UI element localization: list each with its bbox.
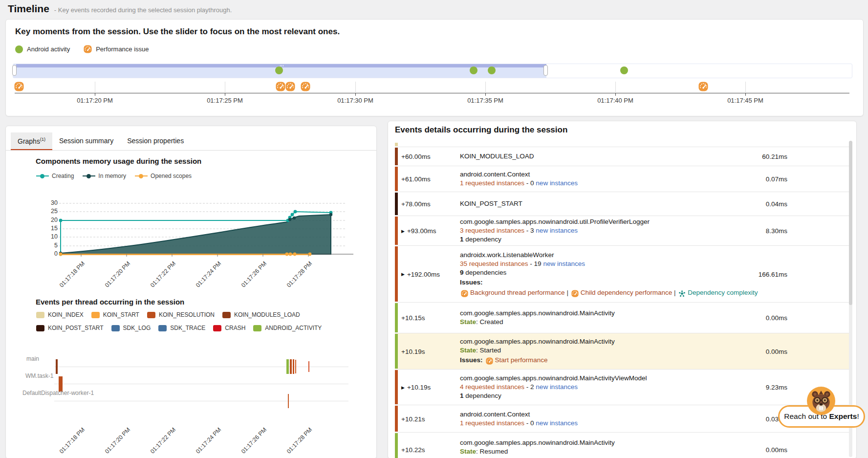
issue-link-dependency-complexity[interactable]: Dependency complexity bbox=[677, 289, 758, 296]
timeline-legend: Android activity Performance issue bbox=[15, 45, 149, 53]
axis-label: 01:17:35 PM bbox=[456, 97, 515, 104]
new-instances-link[interactable]: new instances bbox=[536, 383, 578, 391]
event-type-bar bbox=[395, 217, 398, 245]
thread-event-tick[interactable] bbox=[308, 361, 309, 372]
slider-handle-left[interactable] bbox=[12, 65, 17, 76]
table-row[interactable]: ▶+93.00ms com.google.samples.apps.nowina… bbox=[395, 216, 852, 245]
event-duration: 0.00ms bbox=[766, 446, 787, 454]
thread-chart-title: Events per thread occurring in the sessi… bbox=[36, 298, 184, 306]
tab-session-properties[interactable]: Session properties bbox=[120, 132, 191, 151]
expand-arrow-icon[interactable]: ▶ bbox=[401, 228, 405, 233]
x-tick: 01:17:28 PM bbox=[285, 260, 313, 289]
state-label: State bbox=[460, 448, 476, 455]
performance-issue-marker[interactable] bbox=[698, 82, 708, 91]
thread-legend-row-2: KOIN_POST_START SDK_LOG SDK_TRACE CRASH … bbox=[36, 325, 322, 331]
event-offset: +192.00ms bbox=[407, 270, 440, 278]
table-row[interactable]: ▶+192.00ms androidx.work.ListenableWorke… bbox=[395, 245, 852, 302]
timeline-card: Key moments from the session. Use the sl… bbox=[5, 19, 864, 116]
table-row-partial[interactable] bbox=[395, 142, 852, 147]
event-title: KOIN_POST_START bbox=[460, 199, 763, 208]
performance-issue-marker[interactable] bbox=[285, 82, 295, 91]
expert-beaver-avatar-icon[interactable] bbox=[807, 387, 835, 415]
x-tick: 01:17:22 PM bbox=[149, 426, 177, 455]
android-activity-marker[interactable] bbox=[275, 66, 283, 74]
x-tick: 01:17:18 PM bbox=[58, 426, 86, 455]
timeline-slider-track[interactable] bbox=[13, 64, 852, 78]
event-type-bar bbox=[395, 370, 398, 404]
event-type-bar bbox=[395, 406, 398, 432]
event-title: com.google.samples.apps.nowinandroid.Mai… bbox=[460, 337, 763, 346]
state-label: State bbox=[460, 318, 476, 326]
expand-arrow-icon[interactable]: ▶ bbox=[401, 385, 405, 390]
table-row[interactable]: +10.15s com.google.samples.apps.nowinand… bbox=[395, 302, 852, 333]
new-instances-link[interactable]: new instances bbox=[543, 260, 585, 267]
memory-chart-title: Components memory usage during the sessi… bbox=[36, 157, 201, 165]
android-activity-marker[interactable] bbox=[620, 66, 628, 74]
table-row[interactable]: ▶+10.19s com.google.samples.apps.nowinan… bbox=[395, 369, 852, 405]
x-tick: 01:17:26 PM bbox=[240, 426, 268, 455]
issue-link-start-performance[interactable]: Start performance bbox=[485, 356, 548, 364]
tab-graphs[interactable]: Graphs(1) bbox=[11, 132, 52, 151]
table-row[interactable]: +10.22s com.google.samples.apps.nowinand… bbox=[395, 432, 852, 458]
issue-link-child-dependency[interactable]: Child dependency performance | bbox=[570, 289, 678, 296]
thread-baseline bbox=[54, 401, 348, 401]
event-duration: 8.30ms bbox=[766, 227, 787, 235]
legend-crash: CRASH bbox=[225, 325, 245, 331]
legend-in-memory: In memory bbox=[98, 173, 126, 179]
axis-label: 01:17:20 PM bbox=[65, 97, 124, 104]
slider-handle-right[interactable] bbox=[543, 65, 548, 76]
thread-event-tick[interactable] bbox=[286, 359, 289, 374]
requested-instances-link[interactable]: 4 requested instances bbox=[460, 383, 524, 391]
performance-issue-marker[interactable] bbox=[14, 82, 24, 91]
event-duration: 0.04ms bbox=[766, 200, 787, 208]
thread-event-tick[interactable] bbox=[288, 394, 289, 408]
event-duration: 60.21ms bbox=[762, 153, 787, 160]
legend-sdk-trace: SDK_TRACE bbox=[170, 325, 205, 331]
slider-grip-icon[interactable] bbox=[280, 65, 286, 66]
issue-link-background-thread[interactable]: Background thread performance | bbox=[460, 289, 570, 296]
dependency-count: dependency bbox=[464, 236, 501, 243]
table-row[interactable]: +61.00ms android.content.Context 1 reque… bbox=[395, 166, 852, 192]
expand-arrow-icon[interactable]: ▶ bbox=[401, 272, 405, 277]
thread-event-tick[interactable] bbox=[290, 359, 292, 374]
state-value: : Started bbox=[476, 347, 501, 354]
tab-divider bbox=[6, 150, 376, 151]
event-title: android.content.Context bbox=[460, 410, 763, 419]
event-type-bar bbox=[395, 334, 398, 369]
thread-event-tick[interactable] bbox=[293, 359, 294, 374]
new-instances-link[interactable]: new instances bbox=[536, 419, 578, 427]
performance-issue-marker[interactable] bbox=[276, 82, 285, 91]
android-activity-marker[interactable] bbox=[470, 66, 477, 74]
new-instances-link[interactable]: new instances bbox=[536, 179, 578, 187]
scrollbar-thumb[interactable] bbox=[849, 141, 852, 305]
table-row[interactable]: +78.00ms KOIN_POST_START 0.04ms bbox=[395, 192, 852, 216]
thread-baseline bbox=[54, 367, 348, 367]
android-activity-dot-icon bbox=[15, 45, 23, 53]
legend-android-activity-label: Android activity bbox=[27, 45, 70, 53]
android-activity-marker[interactable] bbox=[488, 66, 496, 74]
requested-instances-link[interactable]: 1 requested instances bbox=[460, 419, 524, 427]
table-row[interactable]: +60.00ms KOIN_MODULES_LOAD 60.21ms bbox=[395, 147, 852, 166]
requested-instances-link[interactable]: 3 requested instances bbox=[460, 227, 524, 234]
tab-session-summary[interactable]: Session summary bbox=[52, 132, 120, 151]
table-row-highlighted[interactable]: +10.19s com.google.samples.apps.nowinand… bbox=[395, 333, 852, 369]
event-title: com.google.samples.apps.nowinandroid.Mai… bbox=[460, 309, 763, 318]
x-tick: 01:17:24 PM bbox=[195, 426, 222, 455]
legend-performance-issue: Performance issue bbox=[84, 45, 149, 53]
legend-koin-resolution: KOIN_RESOLUTION bbox=[159, 311, 215, 318]
thread-label-main: main bbox=[26, 355, 39, 362]
app-window: Timeline - Key events recorded during th… bbox=[0, 0, 868, 458]
thread-event-tick[interactable] bbox=[295, 360, 296, 373]
requested-instances-link[interactable]: 1 requested instances bbox=[460, 179, 524, 187]
legend-koin-start: KOIN_START bbox=[103, 311, 139, 318]
event-offset: +10.22s bbox=[401, 446, 425, 454]
new-instances-link[interactable]: new instances bbox=[536, 227, 578, 234]
memory-chart-legend: Creating In memory Opened scopes bbox=[36, 173, 192, 179]
thread-event-tick[interactable] bbox=[56, 359, 58, 374]
x-tick: 01:17:28 PM bbox=[285, 426, 313, 455]
requested-instances-link[interactable]: 35 requested instances bbox=[460, 260, 528, 267]
event-title: com.google.samples.apps.nowinandroid.Mai… bbox=[460, 438, 763, 447]
gauge-icon bbox=[84, 45, 92, 53]
performance-issue-marker[interactable] bbox=[301, 82, 310, 91]
axis-label: 01:17:45 PM bbox=[716, 97, 775, 104]
